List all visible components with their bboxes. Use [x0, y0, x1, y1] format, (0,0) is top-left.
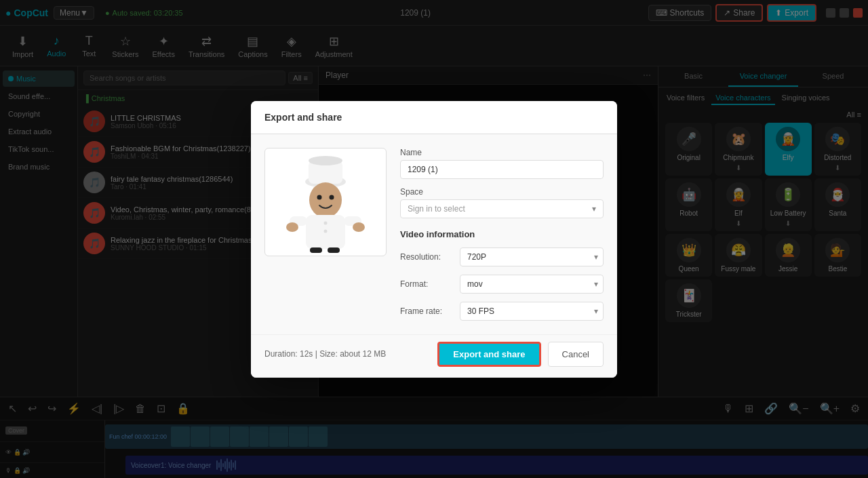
svg-point-22	[324, 221, 328, 224]
svg-point-17	[309, 156, 342, 165]
preview-chef	[281, 151, 370, 253]
dialog-form: Name Space Sign in to select ▾ Video inf…	[400, 148, 604, 321]
chevron-down-icon: ▾	[592, 204, 596, 214]
dialog-footer: Duration: 12s | Size: about 12 MB Export…	[251, 334, 617, 378]
dialog-overlay: Export and share	[0, 0, 868, 478]
frame-rate-label: Frame rate:	[400, 306, 454, 316]
frame-rate-row: Frame rate: 30 FPS 24 FPS 60 FPS	[400, 302, 604, 321]
frame-rate-wrapper: 30 FPS 24 FPS 60 FPS	[460, 302, 604, 321]
resolution-label: Resolution:	[400, 252, 454, 262]
duration-info: Duration: 12s | Size: about 12 MB	[264, 349, 386, 359]
frame-rate-select[interactable]: 30 FPS 24 FPS 60 FPS	[460, 302, 604, 321]
dialog-title: Export and share	[251, 101, 617, 134]
format-wrapper: mov mp4 avi	[460, 275, 604, 294]
svg-point-23	[324, 229, 328, 233]
name-label: Name	[400, 148, 604, 157]
cancel-button[interactable]: Cancel	[548, 342, 604, 367]
video-info-label: Video information	[400, 229, 604, 239]
resolution-select[interactable]: 720P 1080P 480P 360P	[460, 247, 604, 266]
space-row: Space Sign in to select ▾	[400, 187, 604, 218]
svg-point-20	[330, 195, 334, 199]
dialog-body: Name Space Sign in to select ▾ Video inf…	[251, 134, 617, 334]
resolution-row: Resolution: 720P 1080P 480P 360P	[400, 247, 604, 266]
resolution-wrapper: 720P 1080P 480P 360P	[460, 247, 604, 266]
format-row: Format: mov mp4 avi	[400, 275, 604, 294]
space-selector[interactable]: Sign in to select ▾	[400, 199, 604, 218]
format-select[interactable]: mov mp4 avi	[460, 275, 604, 294]
svg-point-19	[317, 195, 322, 199]
footer-actions: Export and share Cancel	[437, 342, 604, 367]
svg-point-18	[309, 182, 342, 218]
svg-point-27	[353, 222, 365, 232]
space-placeholder: Sign in to select	[408, 204, 592, 214]
export-and-share-button[interactable]: Export and share	[437, 342, 540, 367]
name-input[interactable]	[400, 160, 604, 179]
space-label: Space	[400, 187, 604, 197]
name-row: Name	[400, 148, 604, 179]
format-label: Format:	[400, 279, 454, 289]
svg-rect-29	[328, 247, 340, 253]
export-dialog: Export and share	[251, 101, 617, 378]
video-info-section: Video information	[400, 226, 604, 239]
dialog-preview	[264, 148, 387, 256]
svg-point-26	[286, 222, 298, 232]
svg-rect-28	[310, 247, 322, 253]
